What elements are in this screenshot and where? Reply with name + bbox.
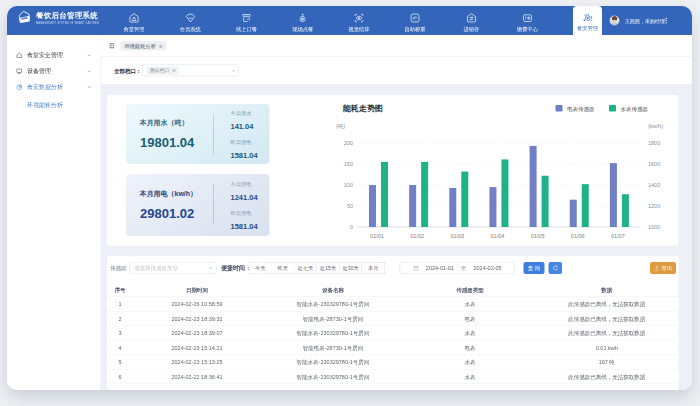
svg-text:200: 200: [344, 140, 353, 146]
svg-text:01/06: 01/06: [571, 233, 585, 239]
svg-text:01/02: 01/02: [410, 233, 424, 239]
svg-text:01/05: 01/05: [531, 233, 545, 239]
svg-text:(kw/h): (kw/h): [648, 123, 663, 129]
svg-text:50: 50: [347, 203, 353, 209]
svg-text:01/01: 01/01: [370, 233, 384, 239]
svg-text:1000: 1000: [648, 224, 660, 230]
svg-text:01/03: 01/03: [450, 233, 464, 239]
svg-text:150: 150: [344, 161, 353, 167]
svg-text:01/07: 01/07: [611, 233, 625, 239]
svg-text:100: 100: [344, 182, 353, 188]
svg-text:01/04: 01/04: [491, 233, 505, 239]
svg-text:1600: 1600: [648, 161, 660, 167]
svg-text:1200: 1200: [648, 203, 660, 209]
svg-text:能耗走势图: 能耗走势图: [342, 104, 383, 113]
svg-text:1800: 1800: [648, 140, 660, 146]
svg-text:1400: 1400: [648, 182, 660, 188]
svg-text:0: 0: [350, 224, 353, 230]
svg-text:水表传感器: 水表传感器: [621, 106, 649, 112]
svg-text:电表传感器: 电表传感器: [567, 106, 595, 112]
svg-text:(吨): (吨): [336, 123, 345, 129]
